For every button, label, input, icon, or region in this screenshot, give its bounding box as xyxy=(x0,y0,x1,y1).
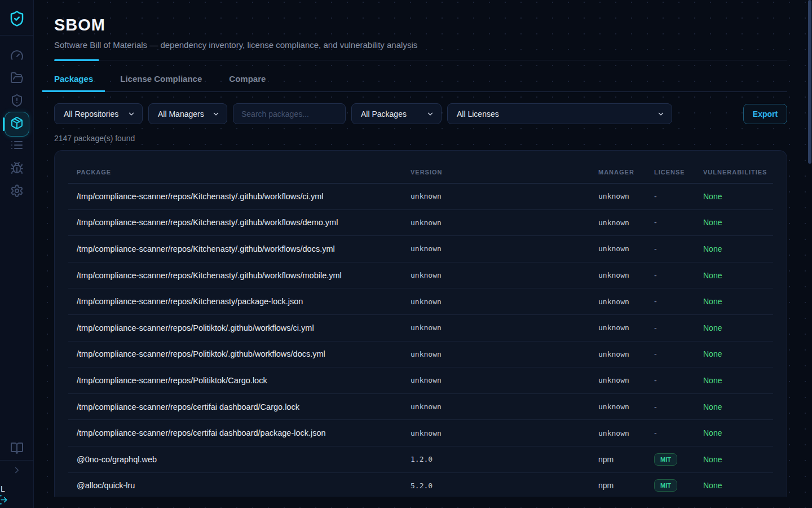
package-vulnerabilities: None xyxy=(703,402,773,411)
vulnerabilities-status: None xyxy=(703,297,722,306)
package-manager: npm xyxy=(598,455,654,464)
package-vulnerabilities: None xyxy=(703,297,773,306)
package-version: 1.2.0 xyxy=(411,455,598,463)
table-row[interactable]: @alloc/quick-lru 5.2.0 npm MIT None xyxy=(68,473,773,497)
sidebar-item-docs[interactable] xyxy=(0,443,34,456)
repositories-select[interactable]: All Repositories xyxy=(54,103,143,124)
sidebar-item-security[interactable] xyxy=(0,95,34,108)
package-license: - xyxy=(654,297,703,306)
table-row[interactable]: /tmp/compliance-scanner/repos/Kitchenast… xyxy=(68,262,773,289)
packages-select[interactable]: All Packages xyxy=(351,103,442,124)
package-name: /tmp/compliance-scanner/repos/Kitchenast… xyxy=(77,271,411,280)
package-manager: unknown xyxy=(598,323,654,332)
sidebar-item-dashboard[interactable] xyxy=(0,50,34,63)
package-vulnerabilities: None xyxy=(703,271,773,280)
package-license: - xyxy=(654,323,703,332)
chevron-down-icon xyxy=(127,110,135,118)
results-count: 2147 package(s) found xyxy=(54,134,787,143)
table-row[interactable]: /tmp/compliance-scanner/repos/certifai d… xyxy=(68,394,773,421)
table-row[interactable]: @0no-co/graphql.web 1.2.0 npm MIT None xyxy=(68,446,773,473)
sidebar-collapse-toggle[interactable] xyxy=(0,466,34,477)
package-version: unknown xyxy=(411,218,598,227)
package-manager: unknown xyxy=(598,271,654,279)
tab-compare[interactable]: Compare xyxy=(229,74,266,91)
package-vulnerabilities: None xyxy=(703,323,773,332)
chevron-down-icon xyxy=(426,110,434,118)
package-name: /tmp/compliance-scanner/repos/Politiktok… xyxy=(77,323,411,332)
chevron-right-icon xyxy=(12,465,22,478)
sidebar-item-repositories[interactable] xyxy=(0,72,34,86)
package-vulnerabilities: None xyxy=(703,349,773,358)
package-version: unknown xyxy=(411,350,598,358)
header-divider xyxy=(54,59,787,61)
licenses-select[interactable]: All Licenses xyxy=(447,103,672,124)
packages-table-card: PACKAGE VERSION MANAGER LICENSE VULNERAB… xyxy=(54,150,787,497)
license-badge: MIT xyxy=(654,453,677,466)
sidebar-item-settings[interactable] xyxy=(0,185,34,199)
table-row[interactable]: /tmp/compliance-scanner/repos/Kitchenast… xyxy=(68,210,773,237)
package-vulnerabilities: None xyxy=(703,218,773,227)
package-name: /tmp/compliance-scanner/repos/Kitchenast… xyxy=(77,218,411,227)
package-name: /tmp/compliance-scanner/repos/Politiktok… xyxy=(77,376,411,385)
table-row[interactable]: /tmp/compliance-scanner/repos/certifai d… xyxy=(68,420,773,446)
folder-open-icon xyxy=(10,71,24,87)
list-icon xyxy=(10,138,24,154)
package-name: /tmp/compliance-scanner/repos/Politiktok… xyxy=(77,349,411,358)
package-license: - xyxy=(654,244,703,253)
table-row[interactable]: /tmp/compliance-scanner/repos/Politiktok… xyxy=(68,341,773,368)
search-input[interactable] xyxy=(241,110,337,119)
chevron-down-icon xyxy=(212,110,220,118)
managers-select[interactable]: All Managers xyxy=(148,103,227,124)
license-badge: MIT xyxy=(654,479,677,492)
package-manager: unknown xyxy=(598,244,654,253)
column-header-license[interactable]: LICENSE xyxy=(654,169,703,176)
logout-button[interactable] xyxy=(0,494,8,507)
column-header-manager[interactable]: MANAGER xyxy=(598,169,654,176)
table-row[interactable]: /tmp/compliance-scanner/repos/Kitchenast… xyxy=(68,183,773,210)
package-license: - xyxy=(654,376,703,385)
table-body: /tmp/compliance-scanner/repos/Kitchenast… xyxy=(68,183,773,497)
package-version: unknown xyxy=(411,402,598,411)
package-name: /tmp/compliance-scanner/repos/Kitchenast… xyxy=(77,192,411,201)
app-logo[interactable] xyxy=(0,7,34,32)
package-version: unknown xyxy=(411,323,598,332)
tab-license-compliance[interactable]: License Compliance xyxy=(120,74,202,91)
package-license: MIT xyxy=(654,479,703,492)
vulnerabilities-status: None xyxy=(703,428,722,437)
package-license: - xyxy=(654,192,703,201)
vulnerabilities-status: None xyxy=(703,323,722,332)
vertical-scrollbar-thumb[interactable] xyxy=(808,0,811,164)
column-header-version[interactable]: VERSION xyxy=(411,169,598,176)
package-license: - xyxy=(654,271,703,280)
package-version: unknown xyxy=(411,376,598,384)
repositories-select-value: All Repositories xyxy=(64,110,118,119)
package-vulnerabilities: None xyxy=(703,192,773,201)
page-subtitle: Software Bill of Materials — dependency … xyxy=(54,40,787,50)
table-row[interactable]: /tmp/compliance-scanner/repos/Kitchenast… xyxy=(68,288,773,315)
sidebar-item-list[interactable] xyxy=(0,139,34,153)
table-row[interactable]: /tmp/compliance-scanner/repos/Kitchenast… xyxy=(68,236,773,262)
sidebar-item-issues[interactable] xyxy=(0,163,34,176)
vulnerabilities-status: None xyxy=(703,481,722,490)
table-row[interactable]: /tmp/compliance-scanner/repos/Politiktok… xyxy=(68,315,773,341)
sidebar-item-sbom[interactable] xyxy=(5,112,29,137)
package-name: /tmp/compliance-scanner/repos/certifai d… xyxy=(77,428,411,437)
tab-bar: Packages License Compliance Compare xyxy=(54,74,787,92)
package-license: - xyxy=(654,349,703,358)
package-name: /tmp/compliance-scanner/repos/Kitchenast… xyxy=(77,244,411,253)
tab-packages[interactable]: Packages xyxy=(54,74,93,91)
package-name: /tmp/compliance-scanner/repos/Kitchenast… xyxy=(77,297,411,306)
licenses-select-value: All Licenses xyxy=(457,110,499,119)
package-license: MIT xyxy=(654,453,703,466)
gauge-icon xyxy=(10,49,24,64)
vulnerabilities-status: None xyxy=(703,244,722,253)
package-vulnerabilities: None xyxy=(703,244,773,253)
shield-check-icon xyxy=(8,10,25,29)
gear-icon xyxy=(10,184,24,200)
vulnerabilities-status: None xyxy=(703,192,722,201)
search-field xyxy=(233,103,346,124)
export-button[interactable]: Export xyxy=(743,104,787,124)
column-header-package[interactable]: PACKAGE xyxy=(77,169,411,176)
column-header-vulnerabilities[interactable]: VULNERABILITIES xyxy=(703,169,773,176)
table-row[interactable]: /tmp/compliance-scanner/repos/Politiktok… xyxy=(68,367,773,394)
